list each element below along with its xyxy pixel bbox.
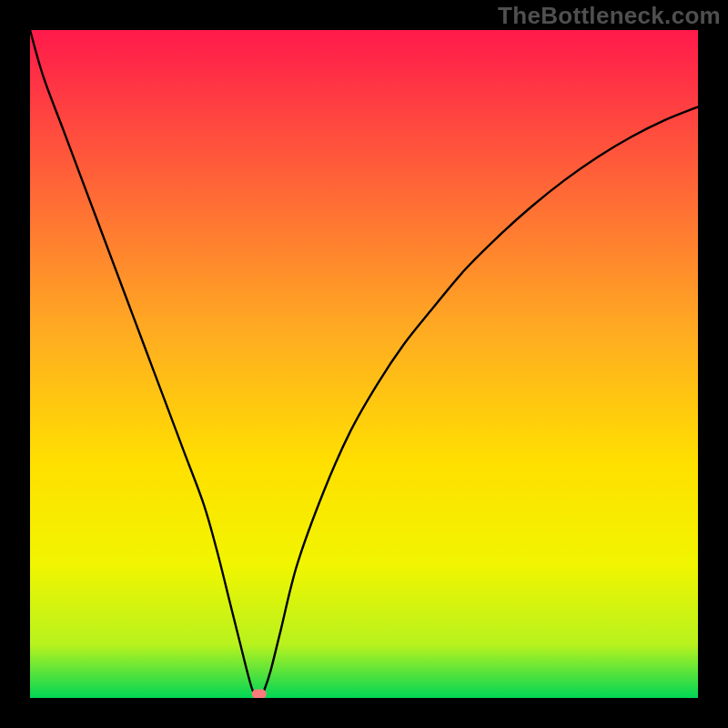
- chart-plot: [30, 30, 698, 698]
- chart-background: [30, 30, 698, 698]
- chart-svg: [30, 30, 698, 698]
- chart-frame: TheBottleneck.com: [0, 0, 728, 728]
- optimal-marker: [252, 690, 267, 698]
- watermark-text: TheBottleneck.com: [498, 2, 721, 30]
- svg-rect-0: [252, 690, 267, 698]
